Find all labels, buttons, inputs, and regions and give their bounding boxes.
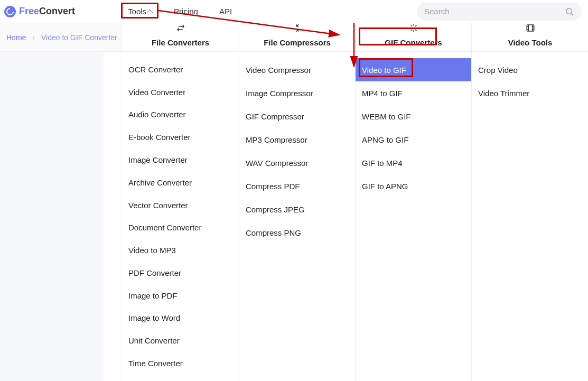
chevron-right-icon: › bbox=[32, 33, 35, 42]
svg-line-5 bbox=[415, 30, 416, 31]
megamenu-item[interactable]: Unit Converter bbox=[122, 329, 239, 352]
megamenu-header-label: File Compressors bbox=[264, 38, 331, 47]
megamenu-item[interactable]: Compress PNG bbox=[239, 221, 355, 244]
megamenu-item[interactable]: Compress JPEG bbox=[239, 198, 355, 221]
nav-api[interactable]: API bbox=[219, 7, 232, 16]
megamenu-item[interactable]: Video Compressor bbox=[239, 58, 355, 81]
nav-tools-label: Tools bbox=[128, 7, 146, 16]
sidebar-background bbox=[0, 23, 104, 381]
megamenu-item[interactable]: MP3 Compressor bbox=[239, 128, 355, 151]
megamenu-header-video-tools[interactable]: Video Tools bbox=[472, 23, 588, 52]
svg-point-0 bbox=[566, 8, 572, 14]
megamenu-header-label: File Converters bbox=[152, 38, 209, 47]
megamenu-item[interactable]: Image Compressor bbox=[239, 81, 355, 105]
megamenu-item[interactable]: Image Converter bbox=[122, 148, 239, 171]
megamenu-header-label: GIF Converters bbox=[385, 38, 442, 47]
logo-text: FreeConvert bbox=[19, 6, 75, 17]
megamenu-item[interactable]: Image to PDF bbox=[122, 284, 239, 307]
breadcrumb-current: Video to GIF Converter bbox=[41, 33, 117, 42]
tools-megamenu: File ConvertersFile CompressorsGIF Conve… bbox=[122, 23, 588, 381]
film-icon bbox=[526, 23, 535, 33]
megamenu-item[interactable]: APNG to GIF bbox=[356, 128, 471, 151]
megamenu-item[interactable]: Time Converter bbox=[122, 352, 239, 375]
logo[interactable]: FreeConvert bbox=[4, 6, 75, 17]
megamenu-column-file-compressors: Video CompressorImage CompressorGIF Comp… bbox=[239, 52, 356, 381]
megamenu-item[interactable]: WAV Compressor bbox=[239, 151, 355, 174]
megamenu-item[interactable]: GIF Compressor bbox=[239, 105, 355, 128]
megamenu-item[interactable]: Video to MP3 bbox=[122, 239, 239, 262]
logo-convert: Convert bbox=[39, 6, 75, 16]
megamenu-item[interactable]: Crop Video bbox=[472, 58, 588, 81]
search-box[interactable] bbox=[417, 3, 582, 21]
svg-rect-10 bbox=[527, 25, 534, 31]
svg-line-1 bbox=[571, 13, 573, 15]
megamenu-item[interactable]: WEBM to GIF bbox=[356, 105, 471, 128]
compress-icon bbox=[293, 23, 302, 33]
megamenu-item[interactable]: OCR Converter bbox=[122, 58, 239, 81]
megamenu-item[interactable]: GIF to MP4 bbox=[356, 151, 471, 174]
megamenu-header-file-converters[interactable]: File Converters bbox=[122, 23, 239, 52]
svg-line-4 bbox=[410, 25, 412, 26]
megamenu-column-video-tools: Crop VideoVideo Trimmer bbox=[472, 52, 588, 381]
megamenu-column-file-converters: OCR ConverterVideo ConverterAudio Conver… bbox=[122, 52, 239, 381]
megamenu-item[interactable]: Video Converter bbox=[122, 81, 239, 104]
megamenu-header-label: Video Tools bbox=[508, 38, 553, 47]
megamenu-column-gif-converters: Video to GIFMP4 to GIFWEBM to GIFAPNG to… bbox=[356, 52, 472, 381]
megamenu-item[interactable]: PDF Converter bbox=[122, 262, 239, 284]
nav-tools[interactable]: Tools bbox=[128, 7, 153, 16]
svg-line-8 bbox=[410, 30, 412, 31]
logo-icon bbox=[4, 6, 16, 17]
megamenu-header-gif-converters[interactable]: GIF Converters bbox=[356, 23, 472, 52]
chevron-up-icon bbox=[147, 9, 153, 15]
megamenu-item[interactable]: Archive Converter bbox=[122, 171, 239, 194]
megamenu-item[interactable]: Vector Converter bbox=[122, 194, 239, 217]
megamenu-item[interactable]: Audio Converter bbox=[122, 104, 239, 126]
logo-free: Free bbox=[19, 6, 39, 16]
megamenu-header-file-compressors[interactable]: File Compressors bbox=[239, 23, 356, 52]
megamenu-item[interactable]: Video to GIF bbox=[356, 58, 471, 81]
spinner-icon bbox=[409, 23, 418, 33]
search-input[interactable] bbox=[424, 7, 565, 16]
megamenu-item[interactable]: MP4 to GIF bbox=[356, 81, 471, 105]
megamenu-item[interactable]: E-book Converter bbox=[122, 126, 239, 148]
megamenu-headers: File ConvertersFile CompressorsGIF Conve… bbox=[122, 23, 588, 52]
megamenu-item[interactable]: GIF to APNG bbox=[356, 174, 471, 198]
nav-pricing[interactable]: Pricing bbox=[174, 7, 198, 16]
megamenu-item[interactable]: Image to Word bbox=[122, 307, 239, 330]
primary-nav: Tools Pricing API bbox=[128, 7, 232, 16]
megamenu-body: OCR ConverterVideo ConverterAudio Conver… bbox=[122, 52, 588, 381]
megamenu-item[interactable]: Document Converter bbox=[122, 216, 239, 239]
megamenu-item[interactable]: Video Trimmer bbox=[472, 81, 588, 105]
search-icon bbox=[565, 7, 574, 16]
topbar: FreeConvert Tools Pricing API bbox=[0, 0, 588, 23]
megamenu-item[interactable]: Compress PDF bbox=[239, 174, 355, 198]
svg-line-9 bbox=[415, 25, 416, 26]
breadcrumb-home[interactable]: Home bbox=[6, 33, 26, 42]
swap-icon bbox=[176, 23, 185, 33]
